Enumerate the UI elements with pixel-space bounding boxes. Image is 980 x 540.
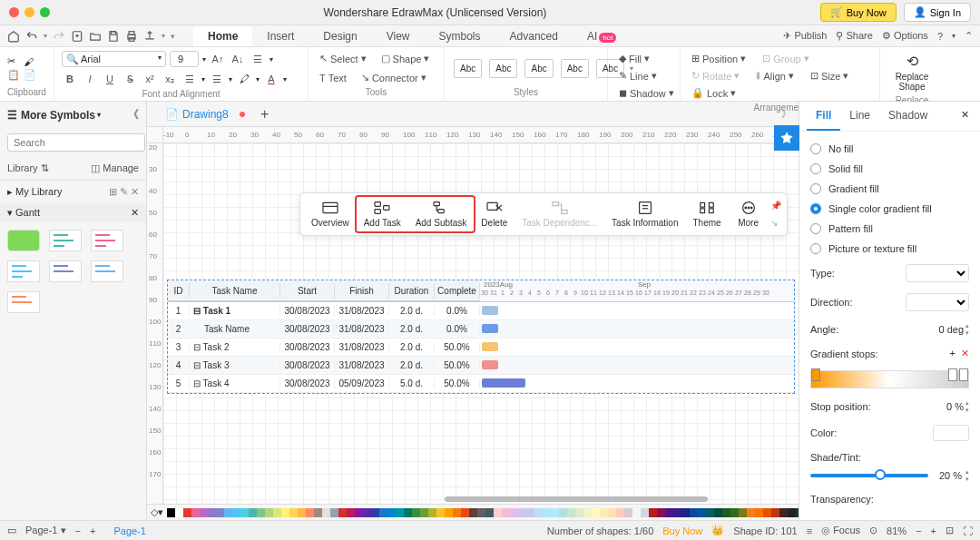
redo-icon[interactable] — [53, 30, 65, 43]
color-swatch[interactable] — [461, 508, 469, 517]
gradient-stop-3[interactable] — [959, 368, 968, 381]
text-color-icon[interactable]: A — [263, 71, 279, 87]
new-doc-icon[interactable] — [71, 30, 83, 43]
tab-symbols[interactable]: Symbols — [425, 26, 495, 46]
gradient-bar[interactable] — [810, 370, 969, 388]
color-swatch[interactable] — [747, 508, 755, 517]
toolbar-more-icon[interactable]: ↘ — [770, 218, 781, 228]
shape-gantt-2[interactable] — [91, 230, 123, 251]
undo-icon[interactable] — [25, 30, 38, 43]
style-preview-4[interactable]: Abc — [561, 59, 589, 78]
font-size-input[interactable]: 9 — [170, 51, 199, 67]
focus-mode[interactable]: ◎ Focus — [821, 525, 860, 536]
color-swatch[interactable] — [306, 508, 314, 517]
font-select[interactable]: 🔍Arial▾ — [62, 51, 166, 67]
color-swatch[interactable] — [289, 508, 298, 517]
color-swatch[interactable] — [681, 508, 690, 517]
zoom-in-icon[interactable]: + — [931, 525, 936, 536]
next-page-icon[interactable]: + — [90, 525, 95, 536]
color-swatch[interactable] — [665, 508, 673, 517]
maximize-window[interactable] — [40, 7, 50, 17]
tab-ai[interactable]: AIhot — [573, 26, 631, 46]
color-swatch[interactable] — [257, 508, 265, 517]
prev-page-icon[interactable]: − — [75, 525, 81, 536]
paste-icon[interactable]: 📄 — [24, 69, 36, 81]
color-swatch[interactable] — [632, 508, 641, 517]
italic-icon[interactable]: I — [82, 71, 98, 87]
more-toolbar-icon[interactable]: ▾ — [171, 32, 175, 41]
pin-icon[interactable]: 📌 — [770, 201, 781, 211]
color-swatch[interactable] — [175, 508, 183, 517]
color-swatch[interactable] — [200, 508, 208, 517]
shape-gantt-1[interactable] — [49, 230, 82, 251]
color-swatch[interactable] — [428, 508, 436, 517]
direction-select[interactable] — [906, 293, 969, 311]
color-swatch[interactable] — [330, 508, 338, 517]
options-button[interactable]: ⚙ Options — [882, 30, 928, 42]
color-swatch[interactable] — [265, 508, 273, 517]
color-swatch[interactable] — [567, 508, 575, 517]
color-swatch[interactable] — [706, 508, 714, 517]
replace-shape-button[interactable]: ⟲ Replace Shape — [887, 51, 936, 93]
gradient-stop-2[interactable] — [948, 368, 957, 381]
zoom-out-icon[interactable]: − — [916, 525, 921, 536]
color-swatch[interactable] — [412, 508, 420, 517]
position-button[interactable]: ⊞ Position ▾ — [688, 51, 750, 66]
collapse-ribbon-icon[interactable]: ⌃ — [965, 30, 973, 42]
color-swatch[interactable] — [657, 508, 665, 517]
highlight-icon[interactable]: 🖍 — [236, 71, 252, 87]
line-button[interactable]: ✎ Line ▾ — [615, 68, 678, 83]
fullscreen-icon[interactable]: ⛶ — [963, 525, 973, 536]
close-window[interactable] — [9, 7, 19, 17]
table-row[interactable]: 4⊟ Task 330/08/202331/08/20232.0 d.50.0% — [168, 357, 794, 375]
color-swatch[interactable] — [453, 508, 461, 517]
color-swatch[interactable] — [420, 508, 428, 517]
color-swatch[interactable] — [649, 508, 657, 517]
collapse-left-icon[interactable]: 《 — [128, 107, 139, 123]
tab-advanced[interactable]: Advanced — [495, 26, 573, 46]
opt-no-fill[interactable]: No fill — [810, 139, 969, 159]
color-swatch[interactable] — [347, 508, 355, 517]
increase-font-icon[interactable]: A↑ — [210, 51, 226, 67]
shape-gantt-6[interactable] — [7, 291, 40, 313]
underline-icon[interactable]: U — [102, 71, 118, 87]
color-swatch[interactable] — [690, 508, 698, 517]
sign-in-button[interactable]: 👤 Sign In — [904, 3, 971, 22]
opt-solid-fill[interactable]: Solid fill — [810, 159, 969, 179]
color-swatch[interactable] — [485, 508, 494, 517]
color-swatch[interactable] — [559, 508, 567, 517]
color-swatch[interactable] — [355, 508, 363, 517]
gradient-stop-1[interactable] — [811, 368, 820, 381]
opt-single-color[interactable]: Single color gradient fill — [810, 199, 969, 219]
color-swatch[interactable] — [469, 508, 477, 517]
decrease-font-icon[interactable]: A↓ — [230, 51, 246, 67]
color-swatch[interactable] — [281, 508, 289, 517]
export-icon[interactable] — [143, 30, 156, 43]
delete-tool[interactable]: Delete — [474, 197, 514, 231]
shade-slider[interactable] — [810, 474, 928, 477]
scroll-horizontal[interactable] — [163, 495, 799, 504]
status-buy-now[interactable]: Buy Now — [662, 525, 702, 536]
shape-chat[interactable] — [7, 230, 40, 251]
line-tab[interactable]: Line — [840, 102, 879, 131]
save-icon[interactable] — [107, 30, 120, 43]
line-spacing-icon[interactable]: ☰ — [209, 71, 225, 87]
color-swatch[interactable] — [379, 508, 387, 517]
color-swatch[interactable] — [755, 508, 763, 517]
color-swatch[interactable] — [183, 508, 191, 517]
tab-home[interactable]: Home — [193, 26, 252, 46]
style-preview-3[interactable]: Abc — [524, 59, 553, 78]
color-swatch[interactable] — [730, 508, 739, 517]
color-swatch[interactable] — [739, 508, 747, 517]
color-swatch[interactable] — [779, 508, 788, 517]
page-tab[interactable]: Page-1 — [104, 524, 154, 538]
table-row[interactable]: 1⊟ Task 130/08/202331/08/20232.0 d.0.0% — [168, 302, 794, 320]
color-swatch[interactable] — [518, 508, 526, 517]
upgrade-icon[interactable]: 👑 — [711, 525, 724, 536]
more-symbols-header[interactable]: ☰ More Symbols ▾ 《 — [0, 102, 146, 128]
format-painter-icon[interactable]: 🖌 — [24, 56, 36, 67]
opt-picture-fill[interactable]: Picture or texture fill — [810, 239, 969, 259]
clock-icon[interactable]: ⊙ — [869, 525, 877, 536]
color-swatch[interactable] — [371, 508, 379, 517]
shape-gantt-3[interactable] — [7, 260, 40, 282]
